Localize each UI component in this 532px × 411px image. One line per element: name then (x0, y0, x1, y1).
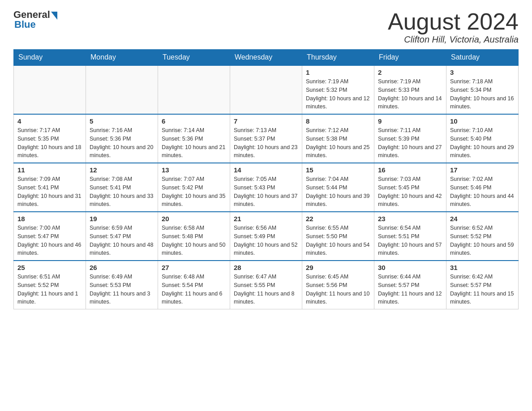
day-number: 23 (378, 215, 442, 223)
day-info: Sunrise: 7:08 AMSunset: 5:41 PMDaylight:… (90, 175, 154, 209)
day-number: 15 (306, 166, 370, 174)
day-info: Sunrise: 6:52 AMSunset: 5:52 PMDaylight:… (450, 224, 515, 257)
day-number: 19 (90, 215, 154, 223)
calendar-day-cell: 18Sunrise: 7:00 AMSunset: 5:47 PMDayligh… (14, 212, 86, 261)
day-info: Sunrise: 6:48 AMSunset: 5:54 PMDaylight:… (162, 273, 226, 306)
day-info: Sunrise: 6:55 AMSunset: 5:50 PMDaylight:… (306, 224, 370, 257)
calendar-day-cell: 4Sunrise: 7:17 AMSunset: 5:35 PMDaylight… (14, 114, 86, 163)
day-number: 27 (162, 264, 226, 271)
day-number: 25 (17, 264, 82, 271)
day-info: Sunrise: 6:42 AMSunset: 5:57 PMDaylight:… (450, 273, 515, 306)
month-title: August 2024 (388, 9, 519, 34)
day-number: 8 (306, 117, 370, 125)
calendar-week-row: 4Sunrise: 7:17 AMSunset: 5:35 PMDaylight… (14, 114, 519, 163)
calendar-day-cell (14, 65, 86, 114)
day-number: 7 (234, 117, 298, 125)
day-info: Sunrise: 6:59 AMSunset: 5:47 PMDaylight:… (90, 224, 154, 257)
day-info: Sunrise: 6:49 AMSunset: 5:53 PMDaylight:… (90, 273, 154, 306)
calendar-day-cell: 2Sunrise: 7:19 AMSunset: 5:33 PMDaylight… (374, 65, 446, 114)
day-number: 29 (306, 264, 370, 271)
day-info: Sunrise: 6:51 AMSunset: 5:52 PMDaylight:… (17, 273, 82, 306)
day-number: 31 (450, 264, 515, 271)
day-number: 26 (90, 264, 154, 271)
weekday-header: Tuesday (158, 50, 230, 66)
day-number: 24 (450, 215, 515, 223)
calendar-day-cell: 23Sunrise: 6:54 AMSunset: 5:51 PMDayligh… (374, 212, 446, 261)
day-number: 21 (234, 215, 298, 223)
day-number: 10 (450, 117, 515, 125)
calendar-day-cell: 15Sunrise: 7:04 AMSunset: 5:44 PMDayligh… (302, 163, 374, 212)
day-info: Sunrise: 7:19 AMSunset: 5:33 PMDaylight:… (378, 77, 442, 111)
calendar-day-cell: 26Sunrise: 6:49 AMSunset: 5:53 PMDayligh… (86, 261, 158, 309)
day-info: Sunrise: 7:09 AMSunset: 5:41 PMDaylight:… (17, 175, 82, 209)
day-info: Sunrise: 7:16 AMSunset: 5:36 PMDaylight:… (90, 126, 154, 160)
day-number: 9 (378, 117, 442, 125)
calendar-day-cell: 22Sunrise: 6:55 AMSunset: 5:50 PMDayligh… (302, 212, 374, 261)
calendar-day-cell: 6Sunrise: 7:14 AMSunset: 5:36 PMDaylight… (158, 114, 230, 163)
calendar-day-cell: 16Sunrise: 7:03 AMSunset: 5:45 PMDayligh… (374, 163, 446, 212)
day-number: 30 (378, 264, 442, 271)
calendar-day-cell (230, 65, 302, 114)
day-info: Sunrise: 6:47 AMSunset: 5:55 PMDaylight:… (234, 273, 298, 306)
day-number: 28 (234, 264, 298, 271)
calendar-day-cell: 25Sunrise: 6:51 AMSunset: 5:52 PMDayligh… (14, 261, 86, 309)
calendar-day-cell: 17Sunrise: 7:02 AMSunset: 5:46 PMDayligh… (446, 163, 519, 212)
day-number: 5 (90, 117, 154, 125)
calendar-day-cell: 9Sunrise: 7:11 AMSunset: 5:39 PMDaylight… (374, 114, 446, 163)
day-number: 16 (378, 166, 442, 174)
weekday-header: Friday (374, 50, 446, 66)
day-number: 6 (162, 117, 226, 125)
calendar-week-row: 25Sunrise: 6:51 AMSunset: 5:52 PMDayligh… (14, 261, 519, 309)
day-info: Sunrise: 6:45 AMSunset: 5:56 PMDaylight:… (306, 273, 370, 306)
day-info: Sunrise: 7:12 AMSunset: 5:38 PMDaylight:… (306, 126, 370, 160)
day-info: Sunrise: 7:00 AMSunset: 5:47 PMDaylight:… (17, 224, 82, 257)
day-info: Sunrise: 7:17 AMSunset: 5:35 PMDaylight:… (17, 126, 82, 160)
day-number: 22 (306, 215, 370, 223)
title-section: August 2024 Clifton Hill, Victoria, Aust… (388, 9, 519, 45)
day-number: 1 (306, 68, 370, 76)
day-info: Sunrise: 6:58 AMSunset: 5:48 PMDaylight:… (162, 224, 226, 257)
calendar-table: SundayMondayTuesdayWednesdayThursdayFrid… (13, 49, 519, 309)
page-header: General Blue August 2024 Clifton Hill, V… (13, 9, 519, 45)
day-info: Sunrise: 6:44 AMSunset: 5:57 PMDaylight:… (378, 273, 442, 306)
calendar-day-cell: 31Sunrise: 6:42 AMSunset: 5:57 PMDayligh… (446, 261, 519, 309)
logo-arrow-icon (51, 12, 57, 20)
calendar-day-cell: 1Sunrise: 7:19 AMSunset: 5:32 PMDaylight… (302, 65, 374, 114)
day-info: Sunrise: 7:10 AMSunset: 5:40 PMDaylight:… (450, 126, 515, 160)
weekday-header: Wednesday (230, 50, 302, 66)
day-info: Sunrise: 7:03 AMSunset: 5:45 PMDaylight:… (378, 175, 442, 209)
calendar-day-cell (158, 65, 230, 114)
weekday-header: Sunday (14, 50, 86, 66)
calendar-day-cell: 29Sunrise: 6:45 AMSunset: 5:56 PMDayligh… (302, 261, 374, 309)
day-info: Sunrise: 7:11 AMSunset: 5:39 PMDaylight:… (378, 126, 442, 160)
day-info: Sunrise: 7:07 AMSunset: 5:42 PMDaylight:… (162, 175, 226, 209)
weekday-header: Thursday (302, 50, 374, 66)
day-number: 20 (162, 215, 226, 223)
day-number: 3 (450, 68, 515, 76)
day-number: 17 (450, 166, 515, 174)
calendar-day-cell: 20Sunrise: 6:58 AMSunset: 5:48 PMDayligh… (158, 212, 230, 261)
calendar-day-cell: 13Sunrise: 7:07 AMSunset: 5:42 PMDayligh… (158, 163, 230, 212)
calendar-day-cell: 28Sunrise: 6:47 AMSunset: 5:55 PMDayligh… (230, 261, 302, 309)
calendar-day-cell (86, 65, 158, 114)
day-info: Sunrise: 7:05 AMSunset: 5:43 PMDaylight:… (234, 175, 298, 209)
calendar-day-cell: 11Sunrise: 7:09 AMSunset: 5:41 PMDayligh… (14, 163, 86, 212)
logo-blue-text: Blue (14, 19, 36, 30)
day-info: Sunrise: 7:02 AMSunset: 5:46 PMDaylight:… (450, 175, 515, 209)
location-label: Clifton Hill, Victoria, Australia (388, 34, 519, 45)
day-number: 13 (162, 166, 226, 174)
weekday-header: Saturday (446, 50, 519, 66)
calendar-week-row: 1Sunrise: 7:19 AMSunset: 5:32 PMDaylight… (14, 65, 519, 114)
calendar-day-cell: 19Sunrise: 6:59 AMSunset: 5:47 PMDayligh… (86, 212, 158, 261)
calendar-day-cell: 8Sunrise: 7:12 AMSunset: 5:38 PMDaylight… (302, 114, 374, 163)
calendar-week-row: 18Sunrise: 7:00 AMSunset: 5:47 PMDayligh… (14, 212, 519, 261)
day-number: 12 (90, 166, 154, 174)
calendar-day-cell: 5Sunrise: 7:16 AMSunset: 5:36 PMDaylight… (86, 114, 158, 163)
day-info: Sunrise: 6:56 AMSunset: 5:49 PMDaylight:… (234, 224, 298, 257)
day-info: Sunrise: 7:14 AMSunset: 5:36 PMDaylight:… (162, 126, 226, 160)
calendar-day-cell: 24Sunrise: 6:52 AMSunset: 5:52 PMDayligh… (446, 212, 519, 261)
calendar-week-row: 11Sunrise: 7:09 AMSunset: 5:41 PMDayligh… (14, 163, 519, 212)
calendar-day-cell: 7Sunrise: 7:13 AMSunset: 5:37 PMDaylight… (230, 114, 302, 163)
day-number: 2 (378, 68, 442, 76)
weekday-header: Monday (86, 50, 158, 66)
